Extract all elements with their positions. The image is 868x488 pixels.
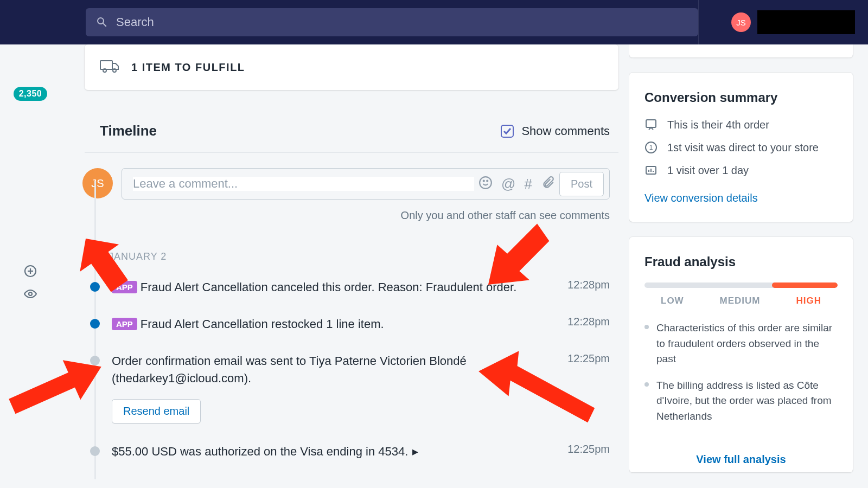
fulfill-label: 1 ITEM TO FULFILL (131, 61, 245, 74)
comment-input[interactable] (133, 177, 474, 191)
timeline-section: Timeline Show comments JS @ # (85, 106, 618, 479)
view-icon[interactable] (24, 287, 37, 300)
event-text: Fraud Alert Cancellation canceled this o… (141, 280, 516, 294)
search-input[interactable] (116, 15, 688, 29)
fraud-item: The billing address is listed as Côte d'… (644, 378, 838, 425)
repeat-order-icon (644, 118, 658, 131)
show-comments-label: Show comments (521, 124, 610, 138)
fraud-item: Characteristics of this order are simila… (644, 320, 838, 367)
svg-point-9 (487, 181, 488, 182)
fraud-title: Fraud analysis (644, 254, 838, 269)
conversion-summary-card: Conversion summary This is their 4th ord… (629, 73, 853, 222)
app-badge: APP (112, 318, 137, 330)
conversion-row: This is their 4th order (644, 118, 838, 131)
app-badge: APP (112, 281, 137, 293)
svg-point-7 (480, 177, 492, 189)
conversion-title: Conversion summary (644, 90, 838, 105)
svg-rect-4 (100, 61, 112, 69)
event-time: 12:25pm (567, 443, 610, 455)
first-visit-icon: 1 (644, 141, 658, 154)
view-full-analysis-link[interactable]: View full analysis (696, 453, 786, 466)
timeline-dot (90, 446, 100, 456)
timeline-event: APPFraud Alert Cancellation restocked 1 … (85, 316, 618, 352)
timeline-date: JANUARY 2 (85, 243, 618, 279)
fulfillment-card: 1 ITEM TO FULFILL (85, 44, 618, 90)
resend-email-button[interactable]: Resend email (112, 399, 201, 423)
redacted-username (757, 10, 855, 34)
checkbox-checked-icon (501, 125, 514, 138)
comment-avatar: JS (82, 168, 113, 198)
caret-right-icon: ▸ (412, 443, 418, 460)
orders-count-badge: 2,350 (14, 87, 48, 101)
visits-icon (644, 164, 658, 177)
conversion-row: 1 1st visit was direct to your store (644, 141, 838, 154)
mention-icon[interactable]: @ (501, 176, 515, 192)
previous-card-bottom (629, 44, 853, 57)
timeline-event: APPFraud Alert Cancellation canceled thi… (85, 279, 618, 316)
comment-input-wrap[interactable]: @ # Post (122, 168, 610, 200)
risk-labels: LOW MEDIUM HIGH (644, 296, 838, 306)
search-icon (95, 16, 108, 29)
user-avatar[interactable]: JS (731, 12, 751, 32)
timeline-dot (90, 282, 100, 292)
event-time: 12:25pm (567, 352, 610, 365)
event-text: Fraud Alert Cancellation restocked 1 lin… (141, 317, 384, 331)
comment-visibility-note: Only you and other staff can see comment… (85, 200, 618, 243)
hash-icon[interactable]: # (525, 176, 532, 192)
svg-text:1: 1 (649, 144, 653, 151)
fraud-analysis-card: Fraud analysis LOW MEDIUM HIGH Character… (629, 237, 853, 472)
show-comments-toggle[interactable]: Show comments (501, 124, 610, 138)
svg-point-6 (113, 69, 116, 72)
svg-point-8 (483, 181, 484, 182)
left-rail: 2,350 (0, 44, 61, 488)
svg-point-5 (103, 69, 106, 72)
svg-point-3 (29, 292, 32, 296)
timeline-dot (90, 319, 100, 329)
event-text: $55.00 USD was authorized on the Visa en… (112, 445, 408, 458)
timeline-dot (90, 356, 100, 365)
emoji-icon[interactable] (478, 176, 493, 192)
attachment-icon[interactable] (541, 176, 555, 192)
topbar: JS (0, 0, 868, 44)
event-text: Order confirmation email was sent to Tiy… (112, 352, 556, 387)
post-button[interactable]: Post (559, 172, 604, 196)
risk-meter (644, 282, 838, 288)
add-icon[interactable] (24, 265, 37, 278)
event-time: 12:28pm (567, 316, 610, 328)
svg-rect-10 (646, 120, 656, 127)
search-field[interactable] (86, 8, 698, 36)
timeline-event: Order confirmation email was sent to Tiy… (85, 352, 618, 443)
timeline-title: Timeline (100, 123, 157, 139)
timeline-event[interactable]: $55.00 USD was authorized on the Visa en… (85, 443, 618, 480)
conversion-row: 1 visit over 1 day (644, 164, 838, 177)
event-time: 12:28pm (567, 279, 610, 291)
view-conversion-link[interactable]: View conversion details (644, 192, 758, 204)
truck-icon (100, 59, 119, 76)
